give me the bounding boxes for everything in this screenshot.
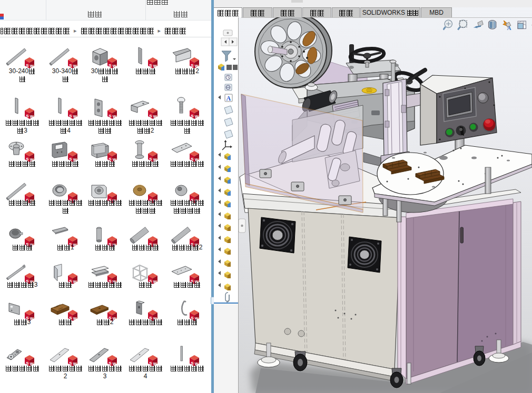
svg-text:S: S xyxy=(109,114,112,118)
svg-text:W: W xyxy=(113,114,117,119)
svg-text:A: A xyxy=(226,95,231,102)
svg-text:W: W xyxy=(73,114,77,119)
svg-text:S: S xyxy=(26,114,29,118)
svg-text:W: W xyxy=(153,114,157,119)
svg-text:W: W xyxy=(195,114,199,119)
svg-text:S: S xyxy=(149,114,152,118)
svg-text:S: S xyxy=(69,114,72,118)
svg-text:W: W xyxy=(30,114,34,119)
svg-text:S: S xyxy=(191,114,194,118)
